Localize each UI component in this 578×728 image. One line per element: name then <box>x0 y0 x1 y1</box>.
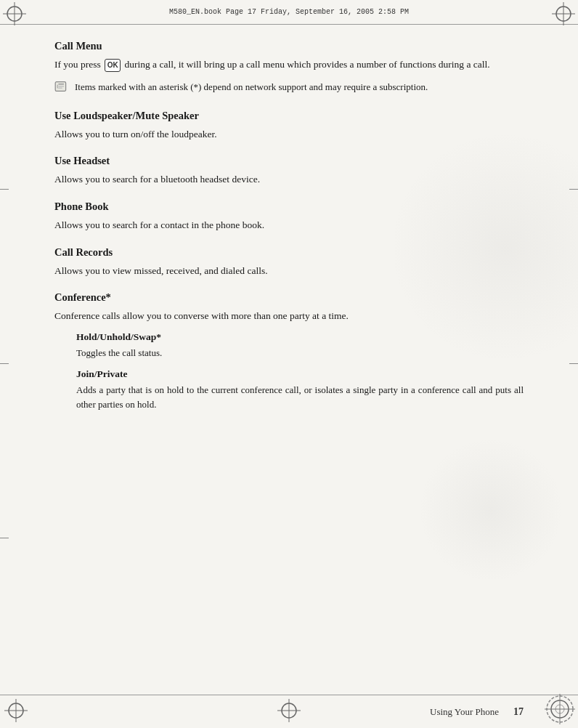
svg-rect-9 <box>58 87 62 88</box>
corner-br-icon <box>545 694 575 724</box>
note-box: Items marked with an asterisk (*) depend… <box>54 80 524 97</box>
main-content: Call Menu If you press OK during a call,… <box>54 40 524 688</box>
edge-mark-left-top <box>0 189 9 190</box>
call-menu-title: Call Menu <box>54 40 524 52</box>
edge-mark-left-bot <box>0 538 9 538</box>
loudspeaker-title: Use Loudspeaker/Mute Speaker <box>54 110 524 122</box>
conference-body: Conference calls allow you to converse w… <box>54 308 524 324</box>
callrecords-title: Call Records <box>54 246 524 259</box>
phonebook-body: Allows you to search for a contact in th… <box>54 217 524 233</box>
join-subsection: Join/Private Adds a party that is on hol… <box>76 368 524 413</box>
note-icon <box>54 81 69 97</box>
phonebook-title: Phone Book <box>54 201 524 213</box>
ok-button-icon: OK <box>105 59 121 72</box>
svg-rect-8 <box>58 86 64 86</box>
call-menu-intro: If you press OK during a call, it will b… <box>54 57 524 73</box>
header-bar: M580_EN.book Page 17 Friday, September 1… <box>0 0 578 25</box>
call-menu-section: Call Menu If you press OK during a call,… <box>54 40 524 413</box>
callrecords-body: Allows you to view missed, received, and… <box>54 263 524 279</box>
corner-bc-icon <box>277 699 301 722</box>
footer-section-label: Using Your Phone <box>430 706 499 718</box>
note-text: Items marked with an asterisk (*) depend… <box>75 80 428 94</box>
hold-body: Toggles the call status. <box>76 346 524 361</box>
edge-mark-left-mid <box>0 363 9 364</box>
edge-mark-right-mid <box>569 363 578 364</box>
footer-page-number: 17 <box>513 706 524 718</box>
svg-rect-7 <box>58 84 64 85</box>
conference-title: Conference* <box>54 291 524 304</box>
headset-body: Allows you to search for a bluetooth hea… <box>54 171 524 187</box>
hold-title: Hold/Unhold/Swap* <box>76 331 524 343</box>
edge-mark-right-top <box>569 189 578 190</box>
intro-text-before: If you press <box>54 59 101 70</box>
join-body: Adds a party that is on hold to the curr… <box>76 383 524 413</box>
corner-tl-icon <box>3 2 26 25</box>
corner-tr-icon <box>552 2 575 25</box>
hold-subsection: Hold/Unhold/Swap* Toggles the call statu… <box>76 331 524 361</box>
header-text: M580_EN.book Page 17 Friday, September 1… <box>9 8 569 16</box>
join-title: Join/Private <box>76 368 524 380</box>
loudspeaker-body: Allows you to turn on/off the loudpeaker… <box>54 126 524 142</box>
corner-bl-icon <box>4 699 28 722</box>
intro-text-after: during a call, it will bring up a call m… <box>125 59 490 70</box>
headset-title: Use Headset <box>54 155 524 167</box>
